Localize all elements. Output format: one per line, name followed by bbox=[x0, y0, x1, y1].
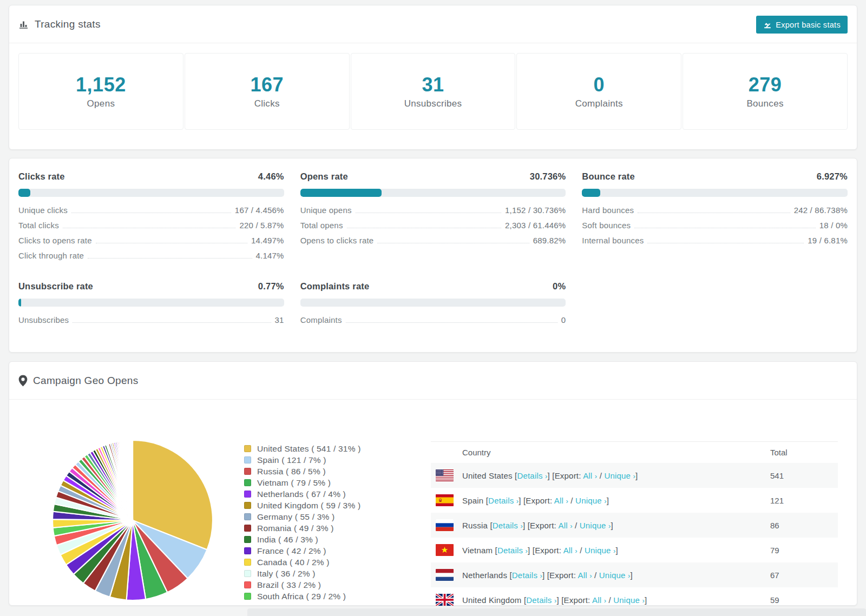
legend-label: United States ( 541 / 31% ) bbox=[257, 444, 361, 454]
rates-card: Clicks rate4.46%Unique clicks167 / 4.456… bbox=[9, 158, 857, 353]
rate-detail-value: 31 bbox=[275, 315, 284, 324]
rate-detail-label: Unique clicks bbox=[18, 206, 68, 215]
stat-value: 31 bbox=[422, 74, 444, 96]
dotted-leader bbox=[96, 243, 247, 243]
export-basic-stats-button[interactable]: Export basic stats bbox=[756, 16, 848, 34]
total-cell: 541 bbox=[770, 471, 838, 480]
export-unique-link[interactable]: Unique › bbox=[575, 496, 607, 505]
export-unique-link[interactable]: Unique › bbox=[599, 571, 631, 580]
rate-detail-value: 4.147% bbox=[256, 251, 284, 260]
details-link[interactable]: Details › bbox=[512, 571, 542, 580]
details-link[interactable]: Details › bbox=[497, 546, 528, 555]
rate-detail-row: Total clicks220 / 5.87% bbox=[18, 221, 284, 236]
details-link[interactable]: Details › bbox=[517, 471, 547, 480]
legend-label: France ( 42 / 2% ) bbox=[257, 546, 326, 556]
total-cell: 59 bbox=[770, 595, 838, 605]
map-pin-icon bbox=[18, 375, 28, 387]
rate-value: 0% bbox=[553, 281, 566, 292]
country-name: United Kingdom bbox=[462, 595, 524, 605]
export-all-link[interactable]: All › bbox=[559, 521, 573, 530]
next-section-edge bbox=[247, 608, 866, 616]
legend-item-netherlands: Netherlands ( 67 / 4% ) bbox=[244, 488, 361, 500]
stat-label: Unsubscribes bbox=[404, 98, 462, 109]
export-all-link[interactable]: All › bbox=[578, 571, 592, 580]
details-link[interactable]: Details › bbox=[488, 496, 519, 505]
legend-swatch bbox=[244, 479, 251, 486]
stat-value: 0 bbox=[594, 74, 605, 96]
export-unique-link[interactable]: Unique › bbox=[613, 595, 645, 605]
geo-table-header: CountryTotal bbox=[431, 441, 838, 463]
rate-value: 6.927% bbox=[817, 171, 848, 182]
nl-flag-icon bbox=[436, 569, 454, 581]
geo-content: United States ( 541 / 31% )Spain ( 121 /… bbox=[9, 400, 857, 606]
legend-item-india: India ( 46 / 3% ) bbox=[244, 534, 361, 545]
rate-detail-label: Hard bounces bbox=[582, 206, 634, 215]
stat-value: 279 bbox=[749, 74, 782, 96]
legend-item-brazil: Brazil ( 33 / 2% ) bbox=[244, 579, 361, 591]
country-name: United States bbox=[462, 471, 515, 480]
rate-detail-value: 242 / 86.738% bbox=[794, 206, 848, 215]
rate-detail-label: Clicks to opens rate bbox=[18, 236, 92, 245]
total-cell: 86 bbox=[770, 521, 838, 530]
country-name: Vietnam bbox=[462, 546, 495, 555]
legend-swatch bbox=[244, 559, 251, 566]
geo-header: Campaign Geo Opens bbox=[9, 362, 857, 400]
rate-block-unsubscribe-rate: Unsubscribe rate0.77%Unsubscribes31 bbox=[18, 281, 284, 330]
legend-item-russia: Russia ( 86 / 5% ) bbox=[244, 466, 361, 477]
details-link[interactable]: Details › bbox=[526, 595, 556, 605]
legend-swatch bbox=[244, 468, 251, 475]
rate-title: Complaints rate bbox=[300, 281, 370, 292]
rate-detail-row: Internal bounces19 / 6.81% bbox=[582, 236, 848, 251]
rate-detail-row: Unique opens1,152 / 30.736% bbox=[300, 206, 566, 221]
export-unique-link[interactable]: Unique › bbox=[585, 546, 616, 555]
legend-swatch bbox=[244, 593, 251, 600]
country-cell: Vietnam [Details ›] [Export: All › / Uni… bbox=[431, 546, 770, 555]
export-icon bbox=[763, 21, 772, 29]
rate-detail-label: Total clicks bbox=[18, 221, 59, 230]
rate-detail-value: 2,303 / 61.446% bbox=[505, 221, 566, 230]
rate-detail-value: 220 / 5.87% bbox=[239, 221, 284, 230]
rate-detail-value: 19 / 6.81% bbox=[808, 236, 848, 245]
rate-block-clicks-rate: Clicks rate4.46%Unique clicks167 / 4.456… bbox=[18, 171, 284, 266]
total-cell: 121 bbox=[770, 496, 838, 505]
legend-item-italy: Italy ( 36 / 2% ) bbox=[244, 568, 361, 579]
export-all-link[interactable]: All › bbox=[592, 595, 606, 605]
export-unique-link[interactable]: Unique › bbox=[580, 521, 611, 530]
pie-slice-other[interactable] bbox=[132, 440, 133, 520]
export-unique-link[interactable]: Unique › bbox=[604, 471, 635, 480]
table-row-spain: Spain [Details ›] [Export: All › / Uniqu… bbox=[431, 488, 838, 513]
export-all-link[interactable]: All › bbox=[583, 471, 597, 480]
export-all-link[interactable]: All › bbox=[563, 546, 578, 555]
rate-progress-fill bbox=[18, 189, 30, 197]
legend-label: United Kingdom ( 59 / 3% ) bbox=[257, 501, 360, 511]
table-row-united-states: United States [Details ›] [Export: All ›… bbox=[431, 463, 838, 488]
stats-summary-row: 1,152Opens167Clicks31Unsubscribes0Compla… bbox=[18, 53, 848, 130]
rate-detail-row: Total opens2,303 / 61.446% bbox=[300, 221, 566, 236]
country-cell: United States [Details ›] [Export: All ›… bbox=[431, 471, 770, 480]
legend-label: Romania ( 49 / 3% ) bbox=[257, 524, 334, 533]
legend-swatch bbox=[244, 525, 251, 532]
rate-title: Opens rate bbox=[300, 171, 348, 182]
details-link[interactable]: Details › bbox=[493, 521, 523, 530]
rate-detail-value: 0 bbox=[561, 315, 566, 324]
rate-progress-fill bbox=[582, 189, 600, 197]
column-header-total: Total bbox=[770, 448, 838, 457]
country-cell: Netherlands [Details ›] [Export: All › /… bbox=[431, 571, 770, 580]
geo-pie-chart[interactable] bbox=[51, 439, 214, 602]
rate-detail-label: Click through rate bbox=[18, 251, 84, 260]
legend-swatch bbox=[244, 502, 251, 509]
export-all-link[interactable]: All › bbox=[554, 496, 568, 505]
rate-detail-label: Internal bounces bbox=[582, 236, 644, 245]
country-cell: Spain [Details ›] [Export: All › / Uniqu… bbox=[431, 496, 770, 505]
rate-detail-label: Soft bounces bbox=[582, 221, 631, 230]
legend-swatch bbox=[244, 445, 251, 452]
country-cell: Russia [Details ›] [Export: All › / Uniq… bbox=[431, 521, 770, 530]
rate-block-bounce-rate: Bounce rate6.927%Hard bounces242 / 86.73… bbox=[582, 171, 848, 266]
total-cell: 79 bbox=[770, 546, 838, 555]
rate-progress-bar bbox=[300, 299, 566, 307]
stat-box-clicks: 167Clicks bbox=[185, 53, 350, 130]
legend-swatch bbox=[244, 570, 251, 577]
rate-detail-label: Total opens bbox=[300, 221, 343, 230]
legend-label: Netherlands ( 67 / 4% ) bbox=[257, 489, 346, 499]
rate-progress-bar bbox=[300, 189, 566, 197]
